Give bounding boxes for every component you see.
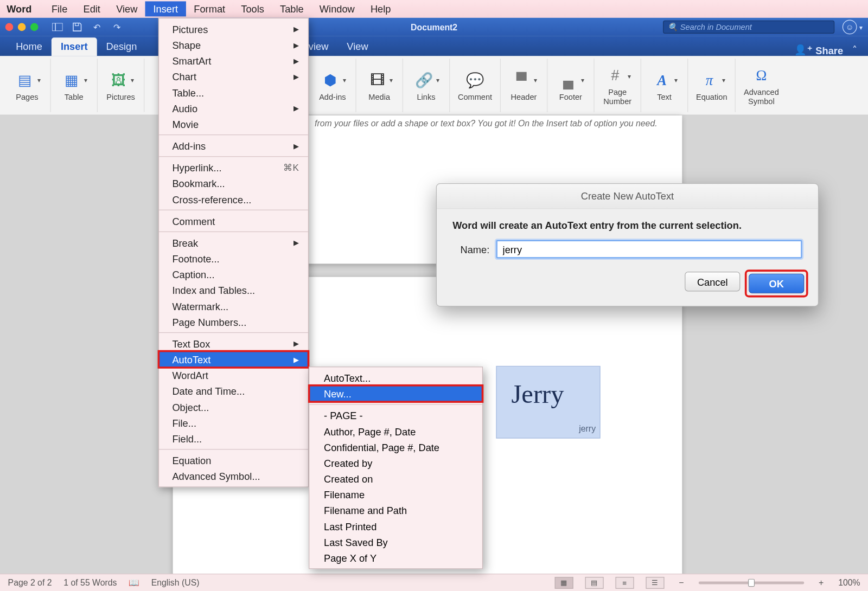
symbol-button[interactable]: ΩAdvanced Symbol <box>741 63 782 107</box>
window-controls <box>5 23 39 31</box>
menu-item-comment[interactable]: Comment <box>159 213 308 229</box>
draft-view-icon[interactable]: ☰ <box>646 576 664 588</box>
share-button[interactable]: 👤⁺ Share <box>789 44 848 56</box>
menu-item-smartart[interactable]: SmartArt▶ <box>159 53 308 68</box>
tab-view[interactable]: View <box>337 37 377 56</box>
sidebar-toggle-icon[interactable] <box>50 21 65 33</box>
submenu-item-autotext[interactable]: AutoText... <box>309 370 482 386</box>
menu-item-advanced-symbol[interactable]: Advanced Symbol... <box>159 468 308 484</box>
menu-help[interactable]: Help <box>362 1 399 16</box>
header-button[interactable]: ▀▾Header <box>506 68 542 103</box>
autotext-entry[interactable]: Last Saved By <box>309 534 482 550</box>
signature-selection[interactable]: Jerry jerry <box>496 366 600 439</box>
menu-item-autotext[interactable]: AutoText▶ <box>159 351 308 367</box>
cancel-button[interactable]: Cancel <box>685 272 740 291</box>
signature-small: jerry <box>579 424 596 434</box>
autotext-entry[interactable]: Author, Page #, Date <box>309 423 482 439</box>
footer-button[interactable]: ▄▾Footer <box>553 68 589 103</box>
equation-button[interactable]: π▾Equation <box>693 68 730 103</box>
page-number-button[interactable]: #▾Page Number <box>599 63 635 107</box>
tab-insert[interactable]: Insert <box>52 37 97 56</box>
zoom-in-button[interactable]: + <box>816 577 826 587</box>
undo-icon[interactable]: ↶ <box>90 21 104 33</box>
menu-insert[interactable]: Insert <box>145 1 186 16</box>
autotext-entry[interactable]: - PAGE - <box>309 407 482 423</box>
autotext-entry[interactable]: Filename <box>309 486 482 502</box>
menu-item-date-and-time[interactable]: Date and Time... <box>159 383 308 399</box>
links-button[interactable]: 🔗▾Links <box>409 68 444 103</box>
web-layout-view-icon[interactable]: ▤ <box>585 576 603 588</box>
pictures-button[interactable]: 🖼▾Pictures <box>103 68 139 103</box>
search-icon: 🔍 <box>668 22 678 31</box>
menu-file[interactable]: File <box>43 1 75 16</box>
menu-item-chart[interactable]: Chart▶ <box>159 68 308 84</box>
menu-item-text-box[interactable]: Text Box▶ <box>159 336 308 351</box>
menu-item-break[interactable]: Break▶ <box>159 235 308 250</box>
menu-item-equation[interactable]: Equation <box>159 452 308 468</box>
text-button[interactable]: A▾Text <box>647 68 682 103</box>
language-status[interactable]: English (US) <box>151 577 200 587</box>
outline-view-icon[interactable]: ≡ <box>615 576 634 588</box>
zoom-slider[interactable] <box>698 581 804 584</box>
menu-item-shape[interactable]: Shape▶ <box>159 37 308 53</box>
maximize-icon[interactable] <box>30 23 39 31</box>
zoom-thumb[interactable] <box>748 579 755 587</box>
menu-item-wordart[interactable]: WordArt <box>159 367 308 383</box>
menu-view[interactable]: View <box>108 1 145 16</box>
chevron-right-icon: ▶ <box>293 142 299 150</box>
menu-item-field[interactable]: Field... <box>159 431 308 446</box>
menu-item-index-and-tables[interactable]: Index and Tables... <box>159 282 308 298</box>
tab-design[interactable]: Design <box>97 37 146 56</box>
menu-item-pictures[interactable]: Pictures▶ <box>159 21 308 37</box>
redo-icon[interactable]: ↷ <box>110 21 124 33</box>
menu-item-bookmark[interactable]: Bookmark... <box>159 175 308 191</box>
minimize-icon[interactable] <box>18 23 26 31</box>
menu-item-file[interactable]: File... <box>159 415 308 431</box>
share-label: Share <box>815 44 843 56</box>
media-button[interactable]: 🎞▾Media <box>361 68 397 103</box>
menu-item-audio[interactable]: Audio▶ <box>159 100 308 116</box>
autotext-entry[interactable]: Last Printed <box>309 518 482 534</box>
menu-format[interactable]: Format <box>186 1 233 16</box>
menu-edit[interactable]: Edit <box>75 1 108 16</box>
addins-button[interactable]: ⬢▾Add-ins <box>315 68 350 103</box>
autotext-entry[interactable]: Page X of Y <box>309 550 482 566</box>
zoom-percent[interactable]: 100% <box>838 577 860 587</box>
menu-item-object[interactable]: Object... <box>159 399 308 415</box>
collapse-ribbon-icon[interactable]: ˄ <box>848 44 861 56</box>
word-count[interactable]: 1 of 55 Words <box>63 577 117 587</box>
menu-item-cross-reference[interactable]: Cross-reference... <box>159 191 308 207</box>
table-button[interactable]: ▦▾Table <box>56 68 92 103</box>
menu-item-caption[interactable]: Caption... <box>159 266 308 282</box>
submenu-item-new[interactable]: New... <box>309 386 482 401</box>
tab-home[interactable]: Home <box>7 37 52 56</box>
save-icon[interactable] <box>70 21 85 33</box>
ok-highlight-box: OK <box>747 272 806 295</box>
pages-button[interactable]: ▤▾Pages <box>9 68 45 103</box>
close-icon[interactable] <box>5 23 14 31</box>
comment-button[interactable]: 💬Comment <box>455 68 495 103</box>
spellcheck-icon[interactable]: 📖 <box>129 577 139 587</box>
ok-button[interactable]: OK <box>749 274 804 293</box>
menu-item-add-ins[interactable]: Add-ins▶ <box>159 138 308 153</box>
zoom-out-button[interactable]: − <box>676 577 686 587</box>
menu-item-movie[interactable]: Movie <box>159 116 308 132</box>
autotext-entry[interactable]: Confidential, Page #, Date <box>309 439 482 455</box>
autotext-entry[interactable]: Created on <box>309 471 482 486</box>
menu-item-page-numbers[interactable]: Page Numbers... <box>159 314 308 330</box>
chevron-down-icon[interactable]: ▾ <box>859 23 863 30</box>
menu-item-hyperlink[interactable]: Hyperlink...⌘K <box>159 159 308 175</box>
menu-item-watermark[interactable]: Watermark... <box>159 298 308 314</box>
autotext-entry[interactable]: Created by <box>309 455 482 471</box>
name-input[interactable] <box>496 240 802 259</box>
menu-item-table[interactable]: Table... <box>159 85 308 100</box>
menu-item-footnote[interactable]: Footnote... <box>159 250 308 266</box>
autotext-entry[interactable]: Filename and Path <box>309 503 482 518</box>
menu-table[interactable]: Table <box>272 1 311 16</box>
menu-tools[interactable]: Tools <box>233 1 272 16</box>
print-layout-view-icon[interactable]: ▦ <box>554 576 573 588</box>
page-status[interactable]: Page 2 of 2 <box>8 577 52 587</box>
search-input[interactable]: 🔍 Search in Document <box>663 21 834 34</box>
feedback-icon[interactable]: ☺ <box>843 20 857 34</box>
menu-window[interactable]: Window <box>311 1 362 16</box>
